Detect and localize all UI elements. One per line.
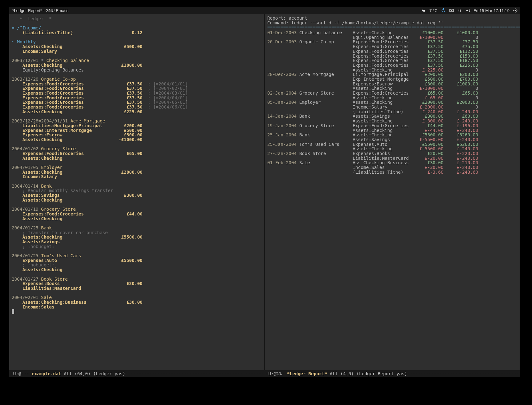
source-line: Assets:Checking -£1000.00 — [12, 137, 262, 142]
source-line — [12, 160, 262, 165]
report-row: Assets:Checking £-225.00 0 — [267, 68, 517, 72]
report-row: Expens:Food:Groceries £37.50 £150.00 — [267, 54, 517, 59]
source-line — [12, 142, 262, 147]
modeline-left-filename: example.dat — [32, 371, 61, 376]
right-buffer-content: 01-Dec-2003 Checking balance Assets:Chec… — [267, 30, 517, 174]
source-line: Liabilities:MasterCard — [12, 286, 262, 291]
source-line: Assets:Checking — [12, 267, 262, 272]
source-line — [12, 221, 262, 226]
source-line: 2003/12/28=2004/01/01 Acme Mortgage — [12, 119, 262, 123]
source-line: Assets:Checking £2000.00 — [12, 170, 262, 175]
weather-icon[interactable] — [421, 8, 426, 13]
refresh-icon[interactable] — [441, 8, 446, 13]
svg-point-1 — [423, 10, 425, 12]
source-line: Expenses:Food:Groceries £65.00 — [12, 151, 262, 156]
source-line: Assets:Checking — [12, 156, 262, 161]
source-line: Assets:Checking -£225.00 — [12, 109, 262, 114]
left-buffer-content: ; -*- ledger -*- = /^Income/ (Liabilitie… — [12, 16, 262, 309]
report-row: 28-Dec-2003 Acme Mortgage Li:Mortgage:Pr… — [267, 72, 517, 77]
modeline-right[interactable]: -U:@%%- *Ledger Report* All (4,0) (Ledge… — [264, 371, 520, 376]
source-line — [12, 179, 262, 184]
source-line: Assets:Checking £500.00 — [12, 44, 262, 49]
source-line: (Liabilities:Tithe) 0.12 — [12, 30, 262, 35]
source-line: = /^Income/ — [12, 26, 262, 30]
report-row: Expenses:Escrow £300.00 £1000.00 — [267, 82, 517, 86]
source-line: Income:Sales — [12, 305, 262, 309]
source-line: ; :nobudget: — [12, 244, 262, 249]
source-line: Expenses:Food:Groceries £37.50 ; [=2004/… — [12, 91, 262, 96]
source-line: Liabilities:Mortgage:Principal £200.00 — [12, 123, 262, 128]
modeline-dash: ----------------------------------------… — [407, 371, 520, 376]
report-row: Exp:Interest:Mortgage £500.00 £700.00 — [267, 77, 517, 82]
ledger-source-buffer[interactable]: ; -*- ledger -*- = /^Income/ (Liabilitie… — [9, 14, 264, 370]
source-line: Assets:Checking £5500.00 — [12, 235, 262, 240]
network-icon[interactable] — [457, 8, 462, 13]
source-line: 2004/01/19 Grocery Store — [12, 207, 262, 212]
source-line: Expenses:Escrow £300.00 — [12, 133, 262, 137]
report-row: 05-Jan-2004 Employer Assets:Checking £20… — [267, 100, 517, 105]
report-row: Expens:Food:Groceries £37.50 £187.50 — [267, 58, 517, 63]
svg-point-2 — [515, 10, 516, 11]
source-line: Expenses:Food:Groceries £44.00 — [12, 212, 262, 216]
source-line — [12, 291, 262, 296]
editor-panes: ; -*- ledger -*- = /^Income/ (Liabilitie… — [9, 14, 520, 370]
source-line: ; Regular monthly savings transfer — [12, 188, 262, 193]
source-line — [12, 114, 262, 119]
report-row: Equi:Opening Balances £-1000.00 0 — [267, 35, 517, 40]
source-line: 2003/12/20 Organic Co-op — [12, 77, 262, 82]
source-line: 2004/01/02 Grocery Store — [12, 146, 262, 151]
mail-icon[interactable] — [449, 8, 454, 13]
source-line: 2004/02/01 Sale — [12, 295, 262, 300]
report-title: Report: account — [267, 16, 517, 21]
source-line: Expenses:Food:Groceries £37.50 ; [=2004/… — [12, 86, 262, 91]
source-line: Equity:Opening Balances — [12, 68, 262, 72]
modeline-left[interactable]: -U:@--- example.dat All (64,0) (Ledger y… — [9, 371, 264, 376]
source-line — [12, 35, 262, 40]
report-row: Assets:Checking £-5500.00 £-240.00 — [267, 146, 517, 151]
source-line — [12, 249, 262, 253]
report-row: 19-Jan-2004 Grocery Store Expens:Food:Gr… — [267, 123, 517, 128]
settings-icon[interactable] — [513, 8, 518, 13]
source-line: Assets:Checking — [12, 198, 262, 202]
source-line — [12, 202, 262, 207]
ledger-report-buffer[interactable]: Report: account Command: ledger --sort d… — [264, 14, 520, 370]
source-line: Expenses:Food:Groceries £37.50 ; [=2004/… — [12, 105, 262, 109]
source-line: 2004/01/25 Bank — [12, 226, 262, 230]
source-line: Assets:Checking:Business £30.00 — [12, 300, 262, 305]
source-line: ~ Monthly — [12, 40, 262, 44]
system-tray: 7 °C Fri 15 Mar 17:11:19 — [421, 8, 518, 13]
weather-text: 7 °C — [429, 8, 437, 13]
report-row: Assets:Checking £-1000.00 0 — [267, 86, 517, 91]
source-line: 2004/01/05 Employer — [12, 165, 262, 170]
window-title: *Ledger Report* - GNU Emacs — [12, 8, 68, 13]
report-row: 27-Jan-2004 Book Store Expenses:Books £2… — [267, 151, 517, 156]
source-line: Assets:Savings — [12, 240, 262, 244]
report-row: Income:Salary £-2000.00 0 — [267, 105, 517, 109]
modeline-left-pre: -U:@--- — [10, 371, 32, 376]
clock-text: Fri 15 Mar 17:11:19 — [474, 8, 510, 13]
modeline: -U:@--- example.dat All (64,0) (Ledger y… — [9, 370, 520, 377]
modeline-right-pre: -U:@%%- — [266, 371, 287, 376]
report-row: Expens:Food:Groceries £37.50 £225.00 — [267, 63, 517, 68]
report-row: (Liabilities:Tithe) £-3.60 £-243.60 — [267, 170, 517, 175]
report-row: 01-Feb-2004 Sale Ass:Checking:Business £… — [267, 160, 517, 165]
report-row: Assets:Checking £-65.00 0 — [267, 96, 517, 100]
source-line: Assets:Checking — [12, 216, 262, 221]
source-line: ; Transfer to cover car purchase — [12, 230, 262, 235]
volume-icon[interactable] — [466, 8, 471, 13]
report-row: 25-Jan-2004 Tom's Used Cars Expenses:Aut… — [267, 142, 517, 147]
report-rule: ========================================… — [267, 25, 517, 30]
source-line: Expenses:Books £20.00 — [12, 281, 262, 286]
report-row: 20-Dec-2003 Organic Co-op Expens:Food:Gr… — [267, 40, 517, 44]
source-line: Expenses:Interest:Mortgage £500.00 — [12, 128, 262, 133]
report-row: Assets:Checking £-44.00 £-240.00 — [267, 128, 517, 133]
source-line: Assets:Checking £1000.00 — [12, 63, 262, 68]
source-line: Assets:Savings £300.00 — [12, 193, 262, 198]
source-line — [12, 54, 262, 59]
report-row: 14-Jan-2004 Bank Assets:Savings £300.00 … — [267, 114, 517, 119]
modeline-right-post: All (4,0) (Ledger Report yas) — [327, 371, 407, 376]
source-line — [12, 72, 262, 77]
report-row: 01-Dec-2003 Checking balance Assets:Chec… — [267, 30, 517, 35]
emacs-frame: *Ledger Report* - GNU Emacs 7 °C Fri 15 … — [9, 7, 520, 377]
modeline-left-post: All (64,0) (Ledger yas) — [61, 371, 125, 376]
